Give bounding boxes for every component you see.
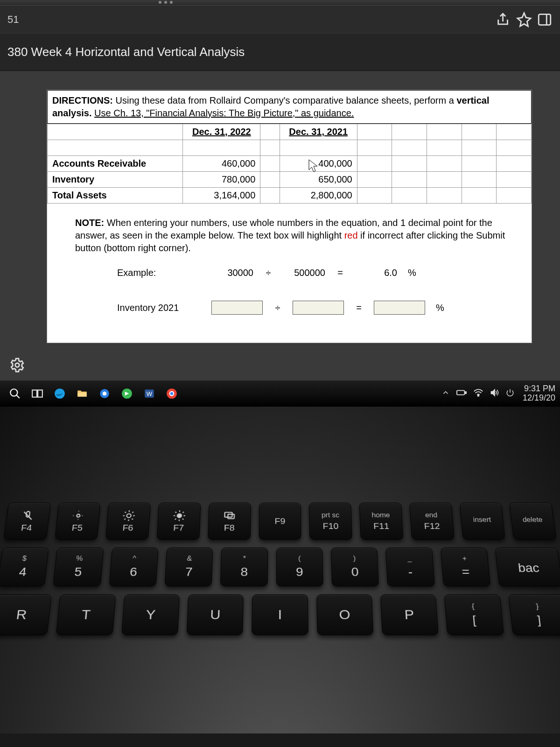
svg-point-10 — [103, 392, 107, 396]
keyboard-key: %5 — [53, 548, 104, 586]
svg-line-43 — [175, 518, 175, 519]
answer-input[interactable] — [374, 301, 425, 315]
svg-line-33 — [132, 518, 133, 519]
svg-point-36 — [177, 514, 182, 517]
keyboard-key: endF12 — [409, 503, 455, 540]
keyboard-key: $4 — [0, 548, 49, 586]
chrome-icon[interactable] — [161, 383, 182, 404]
note-red: red — [344, 230, 358, 240]
battery-icon[interactable] — [456, 389, 467, 398]
directions-label: DIRECTIONS: — [52, 95, 113, 106]
word-icon[interactable]: W — [139, 383, 160, 404]
app-icon-1[interactable] — [94, 383, 115, 404]
table-row: Total Assets 3,164,000 2,800,000 — [48, 188, 532, 204]
keyboard-key: )0 — [331, 548, 379, 586]
example-numerator: 30000 — [211, 268, 253, 278]
note-label: NOTE: — [75, 218, 104, 228]
task-view-icon[interactable] — [27, 383, 48, 404]
browser-tab-strip — [0, 0, 560, 6]
clock-date: 12/19/20 — [523, 394, 555, 403]
svg-rect-46 — [228, 514, 234, 518]
edge-icon[interactable] — [49, 383, 70, 404]
svg-rect-8 — [77, 393, 87, 397]
keyboard-key: delete — [510, 503, 557, 540]
example-row: Example: 30000 ÷ 500000 = 6.0 % — [47, 259, 532, 287]
file-explorer-icon[interactable] — [72, 383, 92, 404]
svg-line-21 — [23, 512, 33, 519]
search-icon[interactable] — [5, 383, 25, 404]
worksheet: DIRECTIONS: Using these data from Rollai… — [47, 90, 532, 343]
keyboard-key: {[ — [444, 594, 504, 635]
share-icon[interactable] — [496, 12, 511, 28]
table-row: Inventory 780,000 650,000 — [48, 172, 532, 188]
keyboard-key: prt scF10 — [309, 503, 352, 540]
keyboard-key: (9 — [276, 548, 323, 586]
keyboard-key: &7 — [165, 548, 213, 586]
wifi-icon[interactable] — [473, 388, 483, 399]
keyboard-key: Y — [121, 594, 180, 635]
gear-area — [0, 352, 560, 381]
power-icon[interactable] — [506, 388, 514, 399]
page-title: 380 Week 4 Horizontal and Vertical Analy… — [0, 34, 560, 71]
svg-line-35 — [132, 512, 133, 513]
keyboard-key: I — [252, 594, 308, 635]
panel-icon[interactable] — [537, 12, 553, 28]
col-2021: Dec. 31, 2021 — [280, 124, 357, 140]
balance-table: Dec. 31, 2022 Dec. 31, 2021 Accounts Rec… — [47, 124, 532, 204]
svg-point-16 — [170, 392, 174, 395]
svg-point-7 — [55, 388, 65, 399]
numerator-input[interactable] — [211, 301, 263, 315]
clock-time: 9:31 PM — [523, 384, 555, 394]
svg-line-41 — [175, 512, 176, 513]
keyboard-key: insert — [459, 503, 505, 540]
content-area: DIRECTIONS: Using these data from Rollai… — [0, 71, 560, 352]
equals-symbol: = — [354, 303, 364, 313]
keyboard-key: T — [56, 594, 116, 635]
svg-rect-0 — [539, 14, 551, 25]
directions-text2: Use Ch. 13, "Financial Analysis: The Big… — [94, 108, 354, 118]
chevron-up-icon[interactable] — [441, 388, 450, 399]
example-label: Example: — [117, 268, 201, 278]
star-icon[interactable] — [516, 12, 532, 28]
address-fragment: 51 — [7, 14, 19, 26]
app-icon-2[interactable] — [117, 383, 137, 404]
divide-symbol: ÷ — [264, 268, 273, 278]
keyboard-key: *8 — [220, 548, 268, 586]
svg-rect-6 — [38, 390, 42, 397]
taskbar[interactable]: W 9:31 PM 12/19/20 — [0, 381, 560, 407]
percent-symbol: % — [435, 303, 445, 313]
svg-rect-18 — [465, 392, 466, 394]
volume-icon[interactable] — [490, 388, 499, 399]
denominator-input[interactable] — [293, 301, 344, 315]
svg-point-2 — [15, 363, 20, 367]
svg-line-44 — [182, 512, 183, 513]
address-bar[interactable]: 51 — [0, 6, 560, 34]
keyboard-key: F9 — [259, 503, 301, 540]
svg-line-42 — [182, 518, 183, 519]
keyboard-key: F4 — [4, 503, 51, 540]
table-row: Accounts Receivable 460,000 400,000 — [48, 156, 532, 172]
svg-point-22 — [77, 514, 80, 517]
keyboard-key: O — [316, 594, 374, 635]
input-row: Inventory 2021 ÷ = % — [47, 287, 532, 343]
settings-gear-icon[interactable] — [9, 357, 25, 375]
keyboard-key: _- — [385, 548, 435, 586]
directions-box: DIRECTIONS: Using these data from Rollai… — [47, 90, 532, 124]
svg-line-32 — [125, 512, 126, 513]
svg-rect-5 — [32, 390, 37, 397]
physical-keyboard: F4F5F6F7F8F9prt scF10homeF11endF12insert… — [0, 407, 560, 733]
divide-symbol: ÷ — [273, 303, 282, 313]
keyboard-key: homeF11 — [359, 503, 404, 540]
col-2022: Dec. 31, 2022 — [183, 124, 260, 140]
keyboard-key: R — [0, 594, 52, 635]
keyboard-key: F7 — [157, 503, 201, 540]
svg-line-4 — [16, 395, 20, 398]
keyboard-key: += — [441, 548, 491, 586]
svg-point-19 — [478, 395, 479, 396]
svg-point-3 — [10, 389, 17, 396]
keyboard-key: bac — [495, 548, 560, 586]
system-tray[interactable] — [441, 388, 514, 399]
keyboard-key: F8 — [208, 503, 251, 540]
example-denominator: 500000 — [283, 268, 325, 278]
clock[interactable]: 9:31 PM 12/19/20 — [523, 384, 555, 403]
